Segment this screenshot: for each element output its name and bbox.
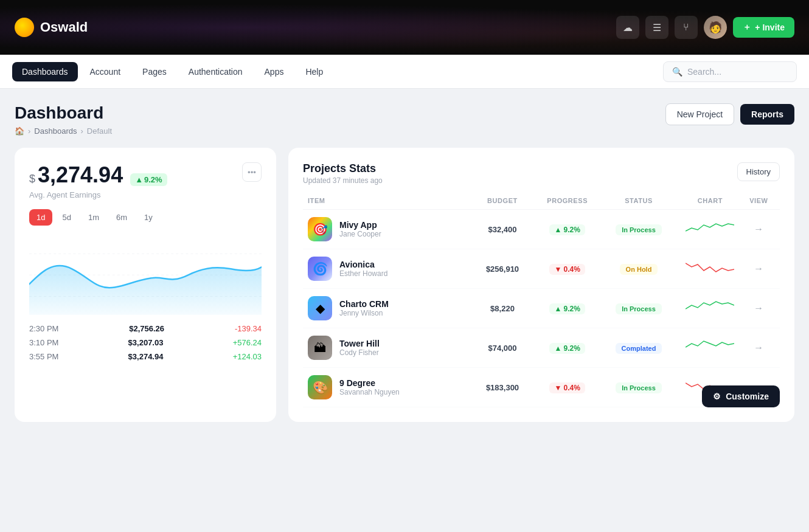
nav-item-account[interactable]: Account bbox=[80, 62, 131, 81]
status-cell: In Process bbox=[600, 224, 678, 235]
projects-card: Projects Stats Updated 37 minutes ago Hi… bbox=[288, 148, 794, 422]
logo-text: Oswald bbox=[40, 19, 88, 35]
budget-cell: $32,400 bbox=[470, 224, 535, 235]
breadcrumb-default: Default bbox=[87, 126, 112, 136]
status-cell: Complated bbox=[600, 342, 678, 354]
item-name: 9 Degree bbox=[339, 378, 400, 388]
progress-cell: ▲ 9.2% bbox=[535, 224, 600, 235]
time-btn-1d[interactable]: 1d bbox=[29, 209, 52, 226]
nav-item-apps[interactable]: Apps bbox=[255, 62, 294, 81]
item-cell: 🏔 Tower Hill Cody Fisher bbox=[308, 336, 470, 360]
nav-item-help[interactable]: Help bbox=[296, 62, 333, 81]
table-header: ITEM BUDGET PROGRESS STATUS CHART VIEW bbox=[303, 197, 780, 210]
item-icon-tower: 🏔 bbox=[308, 336, 332, 360]
customize-button[interactable]: ⚙ Customize bbox=[702, 385, 780, 407]
time-btn-5d[interactable]: 5d bbox=[55, 209, 78, 226]
earnings-card: $ 3,274.94 ▲ 9.2% Avg. Agent Earnings ••… bbox=[15, 148, 276, 422]
new-project-button[interactable]: New Project bbox=[665, 103, 734, 125]
data-row: 3:55 PM $3,274.94 +124.03 bbox=[29, 352, 262, 361]
status-cell: In Process bbox=[600, 382, 678, 393]
change-label: -139.34 bbox=[235, 324, 262, 333]
data-row: 2:30 PM $2,756.26 -139.34 bbox=[29, 324, 262, 333]
chart-area bbox=[29, 235, 262, 314]
card-menu-button[interactable]: ••• bbox=[242, 162, 262, 182]
earnings-amount: $ 3,274.94 ▲ 9.2% bbox=[29, 162, 167, 188]
col-budget: BUDGET bbox=[470, 197, 535, 204]
table-row: ◆ Charto CRM Jenny Wilson $8,220 ▲ 9.2% … bbox=[303, 289, 780, 328]
time-btn-1m[interactable]: 1m bbox=[81, 209, 106, 226]
time-label: 3:55 PM bbox=[29, 352, 58, 361]
time-label: 2:30 PM bbox=[29, 324, 58, 333]
progress-cell: ▲ 9.2% bbox=[535, 303, 600, 314]
change-label: +576.24 bbox=[233, 338, 262, 347]
value-label: $2,756.26 bbox=[129, 324, 164, 333]
item-name: Mivy App bbox=[339, 220, 381, 230]
view-cell: → bbox=[743, 263, 775, 274]
value-label: $3,274.94 bbox=[128, 352, 164, 361]
projects-title-area: Projects Stats Updated 37 minutes ago bbox=[303, 162, 383, 185]
view-button[interactable]: → bbox=[754, 263, 763, 274]
item-icon-avionica: 🌀 bbox=[308, 257, 332, 281]
progress-cell: ▼ 0.4% bbox=[535, 382, 600, 393]
sliders-icon: ⚙ bbox=[713, 392, 721, 401]
col-view: VIEW bbox=[743, 197, 775, 204]
history-button[interactable]: History bbox=[737, 162, 780, 181]
time-btn-1y[interactable]: 1y bbox=[137, 209, 160, 226]
projects-subtitle: Updated 37 minutes ago bbox=[303, 176, 383, 185]
col-progress: PROGRESS bbox=[535, 197, 600, 204]
search-placeholder: Search... bbox=[687, 67, 721, 77]
chart-cell bbox=[678, 298, 743, 319]
change-label: +124.03 bbox=[233, 352, 262, 361]
reports-button[interactable]: Reports bbox=[740, 104, 794, 125]
search-box[interactable]: 🔍 Search... bbox=[663, 61, 797, 82]
up-arrow-icon: ▲ bbox=[135, 175, 143, 184]
breadcrumb-dashboards[interactable]: Dashboards bbox=[34, 126, 77, 136]
badge-percent: 9.2% bbox=[144, 175, 162, 184]
item-subname: Cody Fisher bbox=[339, 348, 380, 357]
view-cell: → bbox=[743, 224, 775, 235]
logo-icon bbox=[15, 18, 34, 37]
page-actions: New Project Reports bbox=[665, 103, 794, 125]
item-icon-charto: ◆ bbox=[308, 296, 332, 320]
item-icon-nine: 🎨 bbox=[308, 375, 332, 399]
item-icon-mivy: 🎯 bbox=[308, 217, 332, 241]
page-header: Dashboard 🏠 › Dashboards › Default New P… bbox=[15, 103, 794, 136]
item-subname: Jenny Wilson bbox=[339, 309, 389, 317]
invite-button[interactable]: ＋ + Invite bbox=[733, 17, 794, 38]
status-cell: In Process bbox=[600, 303, 678, 314]
earnings-label: Avg. Agent Earnings bbox=[29, 190, 167, 199]
dollar-sign: $ bbox=[29, 173, 35, 185]
col-item: ITEM bbox=[308, 197, 470, 204]
budget-cell: $74,000 bbox=[470, 342, 535, 353]
view-button[interactable]: → bbox=[754, 303, 763, 314]
plus-icon: ＋ bbox=[743, 22, 751, 33]
nav-bar: Dashboards Account Pages Authentication … bbox=[0, 55, 809, 89]
projects-title: Projects Stats bbox=[303, 162, 383, 175]
avatar[interactable]: 🧑 bbox=[704, 16, 727, 39]
budget-cell: $256,910 bbox=[470, 263, 535, 274]
table-row: 🌀 Avionica Esther Howard $256,910 ▼ 0.4%… bbox=[303, 249, 780, 289]
item-name: Charto CRM bbox=[339, 299, 389, 309]
share-icon-btn[interactable]: ⑂ bbox=[675, 16, 698, 39]
view-button[interactable]: → bbox=[754, 342, 763, 353]
item-cell: ◆ Charto CRM Jenny Wilson bbox=[308, 296, 470, 320]
table-row: 🏔 Tower Hill Cody Fisher $74,000 ▲ 9.2% … bbox=[303, 328, 780, 368]
nav-item-dashboards[interactable]: Dashboards bbox=[12, 62, 78, 81]
chart-cell bbox=[678, 337, 743, 358]
time-btn-6m[interactable]: 6m bbox=[109, 209, 134, 226]
item-cell: 🎯 Mivy App Jane Cooper bbox=[308, 217, 470, 241]
nav-item-authentication[interactable]: Authentication bbox=[179, 62, 252, 81]
page-title: Dashboard bbox=[15, 103, 112, 123]
cloud-icon-btn[interactable]: ☁ bbox=[616, 16, 639, 39]
item-subname: Savannah Nguyen bbox=[339, 388, 400, 396]
item-cell: 🎨 9 Degree Savannah Nguyen bbox=[308, 375, 470, 399]
search-icon: 🔍 bbox=[672, 67, 682, 77]
chart-cell bbox=[678, 219, 743, 240]
main-content: Dashboard 🏠 › Dashboards › Default New P… bbox=[0, 89, 809, 449]
top-bar: Oswald ☁ ☰ ⑂ 🧑 ＋ + Invite bbox=[0, 0, 809, 55]
progress-cell: ▼ 0.4% bbox=[535, 263, 600, 275]
view-button[interactable]: → bbox=[754, 224, 763, 235]
value-label: $3,207.03 bbox=[128, 338, 164, 347]
nav-item-pages[interactable]: Pages bbox=[133, 62, 176, 81]
menu-icon-btn[interactable]: ☰ bbox=[645, 16, 668, 39]
